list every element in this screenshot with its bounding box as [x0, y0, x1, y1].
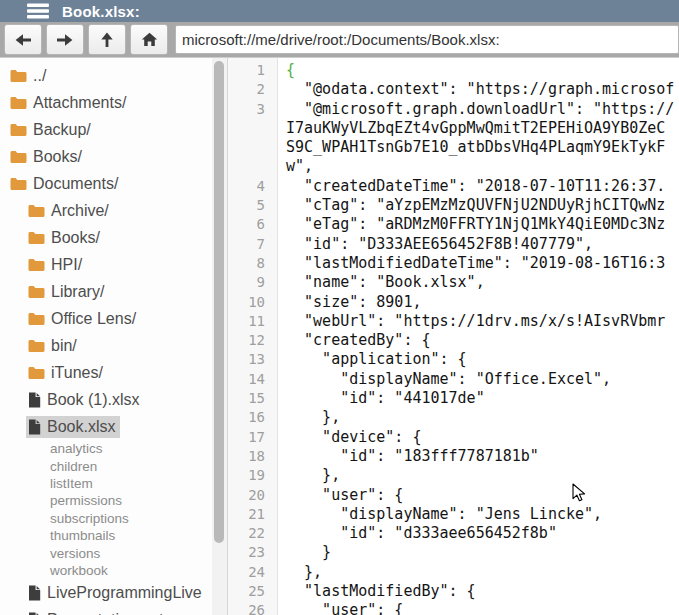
code-line[interactable]: 13 "application": { [228, 350, 679, 369]
sidebar-item-itunes[interactable]: iTunes/ [0, 359, 212, 386]
code-line[interactable]: 15 "id": "441017de" [228, 389, 679, 408]
sidebar-item-label: Backup/ [33, 121, 91, 139]
code-line[interactable]: 23 } [228, 543, 679, 562]
sidebar-item-label: Books/ [33, 148, 82, 166]
title-bar: Book.xlsx: [0, 0, 679, 22]
code-line[interactable]: 7 "id": "D333AEE656452F8B!407779", [228, 235, 679, 254]
sidebar-item-label: children [50, 459, 97, 474]
hamburger-menu-icon[interactable] [27, 3, 49, 19]
sidebar-subitem-listitem[interactable]: listItem [0, 475, 212, 492]
code-line[interactable]: 11 "webUrl": "https://1drv.ms/x/s!AIsvRV… [228, 312, 679, 331]
item-box: analytics [48, 439, 108, 458]
code-line[interactable]: 16 }, [228, 408, 679, 427]
code-line[interactable]: S9C_WPAH1TsnGb7E10_atbDbsVHq4PLaqmY9EkTy… [228, 138, 679, 157]
code-line[interactable]: 8 "lastModifiedDateTime": "2019-08-16T16… [228, 254, 679, 273]
line-number [228, 119, 277, 138]
code-line[interactable]: I7auKWyVLZbqEZt4vGppMwQmitT2EPEHiOA9YB0Z… [228, 119, 679, 138]
item-box: thumbnails [48, 526, 120, 545]
code-line[interactable]: 9 "name": "Book.xlsx", [228, 273, 679, 292]
sidebar-item-label: Office Lens/ [51, 310, 136, 328]
sidebar-subitem-workbook[interactable]: workbook [0, 562, 212, 579]
sidebar-item-label: analytics [50, 441, 103, 456]
sidebar-item-backup[interactable]: Backup/ [0, 116, 212, 143]
sidebar-item-label: permissions [50, 493, 122, 508]
code-line[interactable]: 2 "@odata.context": "https://graph.micro… [228, 80, 679, 99]
sidebar-item-label: Books/ [51, 229, 100, 247]
line-number: 16 [228, 408, 277, 427]
sidebar-subitem-versions[interactable]: versions [0, 544, 212, 561]
sidebar-item-hpi[interactable]: HPI/ [0, 251, 212, 278]
sidebar-item-books[interactable]: Books/ [0, 224, 212, 251]
code-text: "eTag": "aRDMzM0FFRTY1NjQ1MkY4QiE0MDc3Nz [277, 215, 665, 234]
sidebar-item-label: workbook [50, 563, 108, 578]
line-number: 2 [228, 80, 277, 99]
line-number: 24 [228, 563, 277, 582]
code-line[interactable]: 3 "@microsoft.graph.downloadUrl": "https… [228, 100, 679, 119]
sidebar-item-attachments[interactable]: Attachments/ [0, 89, 212, 116]
code-line[interactable]: 4 "createdDateTime": "2018-07-10T11:26:3… [228, 177, 679, 196]
line-number: 1 [228, 61, 277, 80]
code-line[interactable]: 19 }, [228, 466, 679, 485]
forward-button[interactable] [46, 24, 84, 55]
item-box: HPI/ [26, 254, 87, 276]
sidebar-item-label: Documents/ [33, 175, 118, 193]
code-line[interactable]: 18 "id": "183fff7787181b" [228, 447, 679, 466]
json-editor-pane[interactable]: 1{2 "@odata.context": "https://graph.mic… [227, 58, 679, 615]
sidebar-item-book-xlsx[interactable]: Book.xlsx [0, 413, 212, 440]
code-text: w", [277, 157, 313, 176]
line-number: 21 [228, 505, 277, 524]
sidebar-item-documents[interactable]: Documents/ [0, 170, 212, 197]
code-line[interactable]: 5 "cTag": "aYzpEMzMzQUVFNjU2NDUyRjhCITQw… [228, 196, 679, 215]
sidebar-item-library[interactable]: Library/ [0, 278, 212, 305]
up-button[interactable] [88, 24, 126, 55]
item-box: Books/ [26, 227, 105, 249]
address-url-input[interactable] [175, 25, 679, 54]
line-number: 14 [228, 370, 277, 389]
code-text: "@microsoft.graph.downloadUrl": "https:/… [277, 100, 674, 119]
code-line[interactable]: 14 "displayName": "Office.Excel", [228, 370, 679, 389]
sidebar-item-book-1-xlsx[interactable]: Book (1).xlsx [0, 386, 212, 413]
code-line[interactable]: 1{ [228, 61, 679, 80]
code-line[interactable]: 21 "displayName": "Jens Lincke", [228, 505, 679, 524]
item-box: Presentation.pptx [26, 609, 177, 615]
file-icon [28, 612, 41, 615]
sidebar-subitem-subscriptions[interactable]: subscriptions [0, 510, 212, 527]
code-line[interactable]: 17 "device": { [228, 428, 679, 447]
line-number: 6 [228, 215, 277, 234]
folder-icon [28, 285, 45, 299]
home-button[interactable] [130, 24, 168, 55]
sidebar-item-bin[interactable]: bin/ [0, 332, 212, 359]
file-browser-window: Book.xlsx: [0, 0, 679, 615]
code-line[interactable]: 20 "user": { [228, 486, 679, 505]
code-text: "device": { [277, 428, 421, 447]
code-text: "id": "183fff7787181b" [277, 447, 539, 466]
line-number: 19 [228, 466, 277, 485]
code-line[interactable]: 24 }, [228, 563, 679, 582]
back-button[interactable] [4, 24, 42, 55]
sidebar-subitem-permissions[interactable]: permissions [0, 492, 212, 509]
code-line[interactable]: 26 "user": { [228, 601, 679, 615]
sidebar-subitem-children[interactable]: children [0, 457, 212, 474]
sidebar-scrollbar[interactable] [212, 58, 227, 615]
sidebar-item-parent-directory[interactable]: ../ [0, 62, 212, 89]
line-number: 18 [228, 447, 277, 466]
sidebar-item-books[interactable]: Books/ [0, 143, 212, 170]
code-line[interactable]: 12 "createdBy": { [228, 331, 679, 350]
code-line[interactable]: 25 "lastModifiedBy": { [228, 582, 679, 601]
sidebar-subitem-analytics[interactable]: analytics [0, 440, 212, 457]
code-text: S9C_WPAH1TsnGb7E10_atbDbsVHq4PLaqmY9EkTy… [277, 138, 665, 157]
sidebar-item-presentation-pptx[interactable]: Presentation.pptx [0, 606, 212, 615]
item-box: versions [48, 544, 105, 563]
sidebar-item-liveprogramminglive[interactable]: LiveProgrammingLive [0, 579, 212, 606]
sidebar-list: ../Attachments/Backup/Books/Documents/Ar… [0, 62, 212, 615]
code-line[interactable]: 6 "eTag": "aRDMzM0FFRTY1NjQ1MkY4QiE0MDc3… [228, 215, 679, 234]
sidebar-scrollbar-thumb[interactable] [214, 61, 224, 543]
line-number: 3 [228, 100, 277, 119]
sidebar-item-archive[interactable]: Archive/ [0, 197, 212, 224]
code-line[interactable]: 22 "id": "d333aee656452f8b" [228, 524, 679, 543]
code-line[interactable]: w", [228, 157, 679, 176]
item-box: bin/ [26, 335, 82, 357]
sidebar-item-office-lens[interactable]: Office Lens/ [0, 305, 212, 332]
sidebar-subitem-thumbnails[interactable]: thumbnails [0, 527, 212, 544]
code-line[interactable]: 10 "size": 8901, [228, 293, 679, 312]
